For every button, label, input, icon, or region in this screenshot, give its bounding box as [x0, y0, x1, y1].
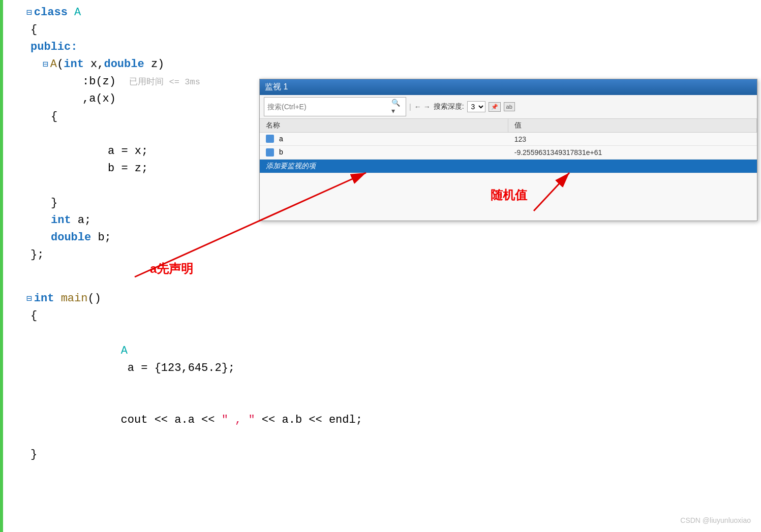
watch-add-item-row[interactable]: 添加要监视的项 — [260, 159, 757, 173]
nav-left-btn[interactable]: ← — [414, 103, 421, 111]
depth-label: 搜索深度: — [434, 102, 464, 111]
code-line-1: ⊟ class A — [13, 4, 761, 21]
watch-table: 名称 值 a 123 b — [260, 119, 757, 173]
pin-icon-btn[interactable]: 📌 — [489, 102, 501, 112]
watch-row-a: a 123 — [260, 133, 757, 146]
code-line-double-b: double b; — [13, 229, 761, 246]
code-line-end-class: }; — [13, 246, 761, 264]
watch-table-header: 名称 值 — [260, 119, 757, 133]
search-input[interactable] — [267, 103, 390, 111]
toolbar-sep: | — [409, 103, 411, 111]
code-line-cout: cout << a.a << " , " << a.b << endl; — [13, 394, 761, 446]
watch-row-b: b -9.2559631349317831e+61 — [260, 146, 757, 159]
nav-right-btn[interactable]: → — [423, 103, 431, 111]
watch-title: 监视 1 — [265, 82, 288, 92]
watch-row-a-name: a — [260, 133, 508, 146]
code-line-3: public: — [13, 39, 761, 56]
watch-add-item-text[interactable]: 添加要监视的项 — [260, 159, 757, 173]
watch-row-b-name: b — [260, 146, 508, 159]
class-name: A — [74, 4, 81, 21]
fn-name: A — [50, 56, 57, 73]
collapse-icon-1[interactable]: ⊟ — [26, 6, 32, 20]
depth-select[interactable]: 3 1 2 4 5 — [467, 101, 485, 112]
kw-class: class — [34, 4, 74, 21]
col-name-header: 名称 — [260, 119, 508, 133]
search-icon[interactable]: 🔍▾ — [391, 99, 403, 115]
collapse-icon-main[interactable]: ⊟ — [26, 292, 32, 306]
watch-toolbar: 🔍▾ | ← → 搜索深度: 3 1 2 4 5 📌 ab — [260, 95, 757, 119]
watch-window: 监视 1 🔍▾ | ← → 搜索深度: 3 1 2 4 5 📌 ab 名称 — [259, 79, 757, 221]
blank-line2 — [13, 280, 761, 290]
brace-open: { — [31, 21, 37, 39]
nav-arrows: ← → — [414, 103, 431, 111]
var-icon-a — [266, 135, 274, 143]
col-value-header: 值 — [508, 119, 757, 133]
watch-table-body: a 123 b -9.2559631349317831e+61 添加要监视的项 — [260, 133, 757, 173]
code-line-main-open: { — [13, 307, 761, 325]
regex-icon-btn[interactable]: ab — [504, 102, 515, 111]
code-line-2: { — [13, 21, 761, 39]
code-line-4: ⊟ A(int x,double z) — [13, 56, 761, 73]
blank-line — [13, 264, 761, 280]
watch-row-b-value: -9.2559631349317831e+61 — [508, 146, 757, 159]
kw-public: public: — [31, 39, 77, 56]
watch-row-a-value: 123 — [508, 133, 757, 146]
collapse-icon-2[interactable]: ⊟ — [43, 58, 48, 72]
code-line-init: A a = {123,645.2}; — [13, 325, 761, 394]
code-section-class: ⊟ class A { public: ⊟ A(int x,double z) … — [0, 4, 761, 463]
watch-title-bar: 监视 1 — [260, 79, 757, 95]
var-icon-b — [266, 148, 274, 157]
watermark: CSDN @liuyunluoxiao — [680, 516, 751, 524]
code-line-main: ⊟ int main() — [13, 290, 761, 307]
code-line-main-close: } — [13, 446, 761, 463]
watch-body: 名称 值 a 123 b — [260, 119, 757, 221]
search-box[interactable]: 🔍▾ — [264, 97, 406, 116]
timing-comment: 已用时间 <= 3ms — [129, 76, 200, 89]
